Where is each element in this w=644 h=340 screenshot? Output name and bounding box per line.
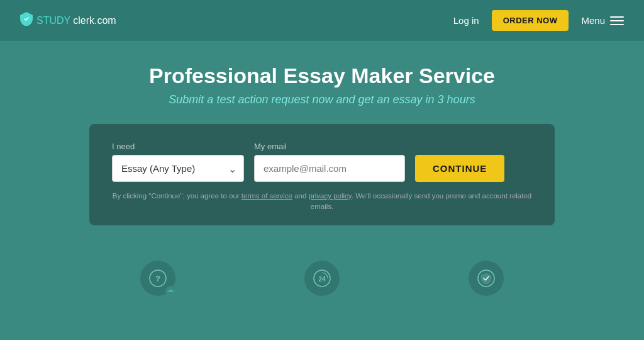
clock-icon: 24 xyxy=(313,269,331,287)
select-wrapper: Essay (Any Type) ⌄ xyxy=(112,155,244,182)
logo-study: STUDY xyxy=(36,15,70,26)
hero-title: Professional Essay Maker Service xyxy=(149,64,495,88)
form-row: I need Essay (Any Type) ⌄ My email CONTI… xyxy=(112,142,532,182)
logo-icon xyxy=(20,12,33,29)
privacy-link[interactable]: privacy policy xyxy=(309,192,352,200)
logo-clerk: clerk.com xyxy=(73,15,116,26)
need-label: I need xyxy=(112,142,244,151)
support-24-circle: 24 xyxy=(304,261,340,296)
header: STUDYclerk.com Log in ORDER NOW Menu xyxy=(0,0,644,41)
form-disclaimer: By clicking "Continue", you agree to our… xyxy=(112,191,532,213)
continue-button[interactable]: CONTINUE xyxy=(415,155,504,182)
bottom-icons: ? ✏ 24 xyxy=(0,248,644,296)
login-link[interactable]: Log in xyxy=(453,15,479,26)
pencil-badge: ✏ xyxy=(165,286,177,297)
terms-link[interactable]: terms of service xyxy=(242,192,292,200)
email-group: My email xyxy=(254,142,405,182)
shield-icon xyxy=(477,269,495,287)
hero-section: Professional Essay Maker Service Submit … xyxy=(0,41,644,238)
essay-type-select[interactable]: Essay (Any Type) xyxy=(112,155,244,182)
need-group: I need Essay (Any Type) ⌄ xyxy=(112,142,244,182)
logo[interactable]: STUDYclerk.com xyxy=(20,12,116,29)
svg-text:24: 24 xyxy=(318,276,326,283)
hero-subtitle: Submit a test action request now and get… xyxy=(169,93,475,106)
svg-text:?: ? xyxy=(155,274,160,283)
form-card: I need Essay (Any Type) ⌄ My email CONTI… xyxy=(89,124,555,225)
shield-check-circle xyxy=(469,261,504,296)
email-label: My email xyxy=(254,142,405,151)
email-input[interactable] xyxy=(254,155,405,182)
hamburger-icon xyxy=(610,16,624,25)
question-icon: ? xyxy=(149,269,167,287)
menu-button[interactable]: Menu xyxy=(581,15,624,26)
menu-label: Menu xyxy=(581,15,605,26)
support-icon-circle: ? ✏ xyxy=(140,261,175,296)
header-right: Log in ORDER NOW Menu xyxy=(453,10,624,31)
order-now-button[interactable]: ORDER NOW xyxy=(492,10,569,31)
